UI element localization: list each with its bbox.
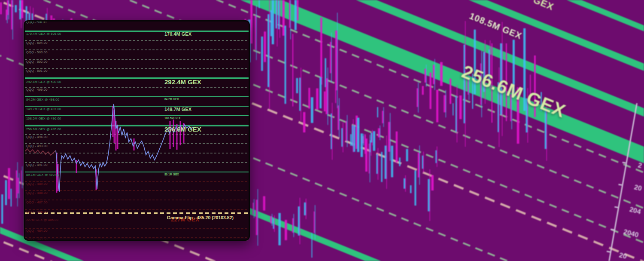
gex-right-label-505: 170.4M GEX xyxy=(164,31,191,37)
gex-left-label-485: 227M GEX @ 485.00 xyxy=(26,218,58,222)
gex-left-label-490: 89.1M GEX @ 490.00 xyxy=(26,173,59,177)
qqq-red-label-487: QQQ - 487.00 xyxy=(26,200,48,204)
qqq-label-501: QQQ - 501.00 xyxy=(26,69,48,73)
gex-chart-screenshot: GEX 108.5M GEX 256.6M GEX 2 20 204 2040 … xyxy=(0,0,644,261)
qqq-label-502: QQQ - 502.00 xyxy=(26,60,48,64)
gex-left-label-497: 149.7M GEX @ 497.00 xyxy=(26,107,61,111)
qqq-label-494: QQQ - 494.00 xyxy=(26,135,48,139)
gex-right-label-497: 149.7M GEX xyxy=(164,107,191,112)
gex-right-label-498: 84.2M GEX xyxy=(164,98,179,101)
qqq-red-label-488: QQQ - 488.00 xyxy=(26,191,48,195)
gex-right-label-500: 292.4M GEX xyxy=(164,78,201,86)
gex-levels-chart: QQQ - 506.00 170.4M GEX @ 505.00 170.4M … xyxy=(25,21,249,240)
price-line-premarket xyxy=(25,149,56,155)
gex-right-label-496: 108.5M GEX xyxy=(164,117,180,120)
qqq-label-partial: QQQ - 506.00 xyxy=(26,21,46,24)
qqq-label-503: QQQ - 503.00 xyxy=(26,50,48,54)
qqq-red-label-483: QQQ - 483.00 xyxy=(26,238,48,240)
qqq-red-label-486: QQQ - 486.00 xyxy=(26,210,48,214)
gex-right-label-490: 89.1M GEX xyxy=(164,173,179,176)
gex-left-label-505: 170.4M GEX @ 505.00 xyxy=(26,32,61,36)
qqq-label-499: QQQ - 499.00 xyxy=(26,88,48,92)
qqq-label-491: QQQ - 491.00 xyxy=(26,163,48,167)
gex-levels-panel: QQQ - 506.00 170.4M GEX @ 505.00 170.4M … xyxy=(24,20,250,241)
qqq-label-493: QQQ - 493.00 xyxy=(26,144,48,148)
gex-left-label-498: 84.2M GEX @ 498.00 xyxy=(26,98,59,101)
gex-right-label-495: 256.6M GEX xyxy=(164,126,201,133)
gex-left-label-500: 292.4M GEX @ 500.00 xyxy=(26,80,61,84)
qqq-label-504: QQQ - 504.00 xyxy=(26,41,48,45)
gamma-flip-label: Gamma Flip - 485.20 (20103.82) xyxy=(132,215,234,220)
qqq-red-label-489: QQQ - 489.00 xyxy=(26,182,48,186)
qqq-red-label-484: QQQ - 484.00 xyxy=(26,229,48,233)
gex-left-label-496: 108.5M GEX @ 496.00 xyxy=(26,117,61,120)
gex-left-label-495: 256.6M GEX @ 495.00 xyxy=(26,127,61,131)
